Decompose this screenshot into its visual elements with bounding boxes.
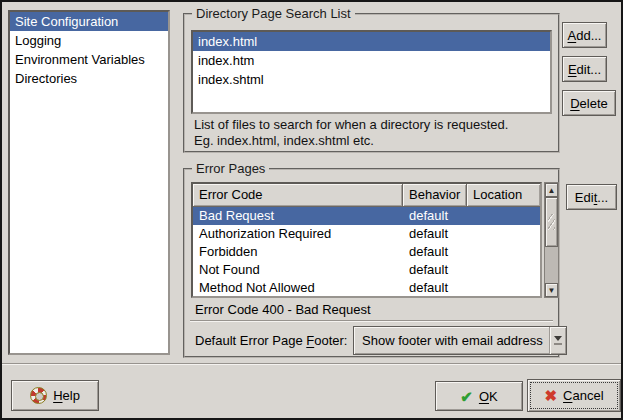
error-code-status: Error Code 400 - Bad Request — [195, 302, 371, 317]
default-footer-dropdown[interactable]: Show footer with email address — [353, 326, 567, 355]
error-pages-table: Error Code Behavior Location Bad Request… — [191, 182, 542, 298]
dropdown-arrow-icon — [549, 327, 566, 354]
file-list-item[interactable]: index.shtml — [193, 70, 550, 89]
cancel-button[interactable]: ✖ Cancel — [527, 379, 621, 412]
sidebar-item-environment-variables[interactable]: Environment Variables — [10, 50, 168, 69]
edit-file-button-label: Edit... — [568, 62, 601, 77]
sidebar-item-directories[interactable]: Directories — [10, 69, 168, 88]
ok-button-label: OK — [479, 389, 498, 404]
file-list-item[interactable]: index.html — [193, 32, 550, 51]
sidebar-item-logging[interactable]: Logging — [10, 31, 168, 50]
error-pages-table-header: Error Code Behavior Location — [193, 184, 540, 207]
edit-error-page-button-label: Edit... — [575, 190, 608, 205]
search-list-description: List of files to search for when a direc… — [194, 117, 508, 149]
edit-file-button[interactable]: Edit... — [562, 56, 607, 82]
add-button-label: Add... — [568, 28, 602, 43]
table-scrollbar[interactable]: ▲ ▼ — [544, 182, 559, 298]
error-pages-frame: Error Pages Error Code Behavior Location… — [183, 168, 560, 358]
table-row[interactable]: Not Founddefault — [193, 261, 540, 279]
file-list-item[interactable]: index.htm — [193, 51, 550, 70]
table-row[interactable]: Authorization Requireddefault — [193, 225, 540, 243]
search-list-description-line1: List of files to search for when a direc… — [194, 117, 508, 133]
edit-error-page-button[interactable]: Edit... — [566, 184, 617, 210]
apache-config-dialog: Site Configuration Logging Environment V… — [0, 0, 623, 420]
add-button[interactable]: Add... — [562, 22, 607, 48]
help-button[interactable]: Help — [11, 380, 99, 411]
delete-button-label: Delete — [570, 96, 608, 111]
search-list-description-line2: Eg. index.html, index.shtml etc. — [194, 133, 508, 149]
error-pages-frame-title: Error Pages — [192, 161, 269, 176]
table-row[interactable]: Bad Requestdefault — [193, 207, 540, 225]
table-row[interactable]: Method Not Alloweddefault — [193, 279, 540, 297]
default-footer-dropdown-value: Show footer with email address — [354, 333, 549, 348]
help-button-label: Help — [53, 388, 80, 403]
directory-search-frame: Directory Page Search List index.html in… — [183, 13, 560, 153]
scrollbar-thumb[interactable] — [545, 197, 558, 247]
directory-search-frame-title: Directory Page Search List — [192, 6, 355, 21]
delete-button[interactable]: Delete — [562, 90, 616, 116]
sidebar-item-site-configuration[interactable]: Site Configuration — [10, 12, 168, 31]
ok-button[interactable]: ✔ OK — [435, 381, 523, 411]
help-lifering-icon — [30, 387, 47, 404]
category-list: Site Configuration Logging Environment V… — [8, 10, 170, 355]
column-header-location[interactable]: Location — [467, 184, 540, 207]
table-row[interactable]: Forbiddendefault — [193, 243, 540, 261]
search-file-list: index.html index.htm index.shtml — [191, 30, 552, 114]
bottom-separator — [2, 363, 621, 365]
cancel-button-label: Cancel — [563, 388, 603, 403]
column-header-behavior[interactable]: Behavior — [403, 184, 467, 207]
check-icon: ✔ — [460, 389, 473, 404]
x-icon: ✖ — [544, 388, 557, 403]
scrollbar-up-icon[interactable]: ▲ — [545, 183, 558, 197]
scrollbar-down-icon[interactable]: ▼ — [545, 283, 558, 297]
frame-separator — [190, 320, 553, 322]
column-header-error-code[interactable]: Error Code — [193, 184, 403, 207]
default-footer-label: Default Error Page Footer: — [195, 333, 347, 348]
